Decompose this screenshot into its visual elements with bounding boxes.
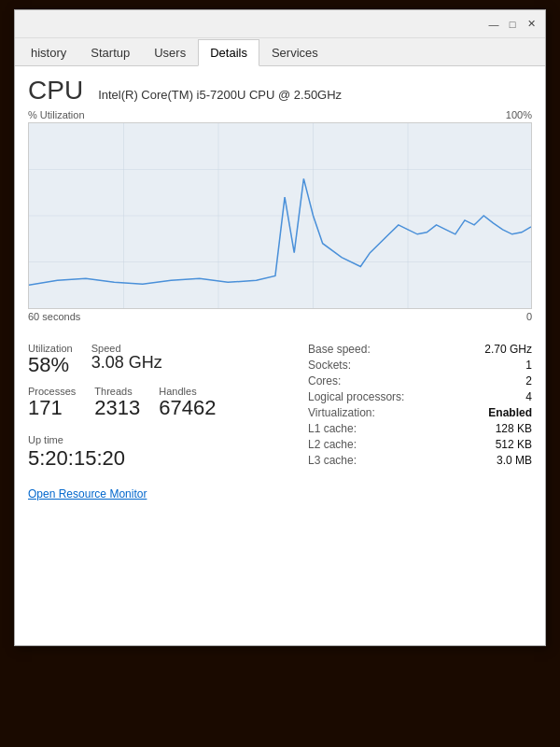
l3-cache-label: L3 cache: xyxy=(308,454,357,467)
l1-cache-label: L1 cache: xyxy=(308,422,357,435)
cores-label: Cores: xyxy=(308,374,341,388)
tab-bar: history Startup Users Details Services xyxy=(15,38,545,66)
utilization-stat-value: 58% xyxy=(28,354,73,376)
graph-bottom-labels: 60 seconds 0 xyxy=(28,311,532,322)
cpu-graph-container: % Utilization 100% 60 second xyxy=(28,109,532,322)
threads-value: 2313 xyxy=(94,397,140,419)
handles-group: Handles 67462 xyxy=(159,386,216,419)
base-speed-label: Base speed: xyxy=(308,343,371,356)
speed-stat-value: 3.08 GHz xyxy=(91,354,162,373)
logical-processors-row: Logical processors: 4 xyxy=(308,390,532,403)
time-right-label: 0 xyxy=(526,311,532,322)
l3-cache-row: L3 cache: 3.0 MB xyxy=(308,454,532,467)
utilization-label: % Utilization xyxy=(28,109,85,120)
virtualization-value: Enabled xyxy=(488,406,532,419)
uptime-label: Up time xyxy=(28,434,63,445)
speed-group: Speed 3.08 GHz xyxy=(91,343,162,376)
uptime-group: Up time 5:20:15:20 xyxy=(28,430,217,470)
cpu-graph xyxy=(28,122,532,309)
cpu-header: CPU Intel(R) Core(TM) i5-7200U CPU @ 2.5… xyxy=(28,76,532,106)
virtualization-label: Virtualization: xyxy=(308,406,375,419)
maximize-button[interactable]: □ xyxy=(504,16,521,33)
cpu-section-title: CPU xyxy=(28,76,83,106)
cores-value: 2 xyxy=(525,374,532,388)
logical-processors-value: 4 xyxy=(525,390,532,403)
cpu-model-name: Intel(R) Core(TM) i5-7200U CPU @ 2.50GHz xyxy=(98,88,342,102)
main-content: CPU Intel(R) Core(TM) i5-7200U CPU @ 2.5… xyxy=(15,66,545,645)
utilization-group: Utilization 58% xyxy=(28,343,73,376)
cores-row: Cores: 2 xyxy=(308,374,532,388)
graph-top-labels: % Utilization 100% xyxy=(28,109,532,120)
l2-cache-value: 512 KB xyxy=(496,438,532,451)
tab-startup[interactable]: Startup xyxy=(78,39,142,66)
task-manager-window: — □ ✕ history Startup Users Details Serv… xyxy=(14,9,546,646)
tab-users[interactable]: Users xyxy=(142,39,198,66)
cpu-graph-svg xyxy=(29,123,531,308)
open-resource-monitor-link[interactable]: Open Resource Monitor xyxy=(28,487,532,500)
l1-cache-row: L1 cache: 128 KB xyxy=(308,422,532,435)
handles-value: 67462 xyxy=(159,397,216,419)
uptime-value: 5:20:15:20 xyxy=(28,447,217,470)
sockets-label: Sockets: xyxy=(308,359,351,372)
util-speed-row: Utilization 58% Speed 3.08 GHz xyxy=(28,343,217,376)
l2-cache-row: L2 cache: 512 KB xyxy=(308,438,532,451)
proc-thread-handle-row: Processes 171 Threads 2313 Handles 67462 xyxy=(28,386,217,419)
tab-history[interactable]: history xyxy=(19,39,78,66)
threads-group: Threads 2313 xyxy=(94,386,140,419)
close-button[interactable]: ✕ xyxy=(523,16,539,33)
minimize-button[interactable]: — xyxy=(485,16,502,33)
processes-value: 171 xyxy=(28,397,76,419)
processes-group: Processes 171 xyxy=(28,386,76,419)
base-speed-row: Base speed: 2.70 GHz xyxy=(308,343,532,356)
base-speed-value: 2.70 GHz xyxy=(484,343,532,356)
l2-cache-label: L2 cache: xyxy=(308,438,357,451)
virtualization-row: Virtualization: Enabled xyxy=(308,406,532,419)
sockets-row: Sockets: 1 xyxy=(308,359,532,372)
logical-processors-label: Logical processors: xyxy=(308,390,404,403)
time-left-label: 60 seconds xyxy=(28,311,80,322)
titlebar: — □ ✕ xyxy=(15,10,545,38)
l3-cache-value: 3.0 MB xyxy=(497,454,532,467)
l1-cache-value: 128 KB xyxy=(496,422,532,435)
right-info-panel: Base speed: 2.70 GHz Sockets: 1 Cores: 2… xyxy=(308,343,532,471)
utilization-max: 100% xyxy=(506,109,532,120)
left-stats-panel: Utilization 58% Speed 3.08 GHz Processes… xyxy=(28,331,217,471)
bottom-section: Utilization 58% Speed 3.08 GHz Processes… xyxy=(28,331,532,471)
tab-services[interactable]: Services xyxy=(259,39,330,66)
tab-details[interactable]: Details xyxy=(198,39,259,66)
sockets-value: 1 xyxy=(525,359,532,372)
